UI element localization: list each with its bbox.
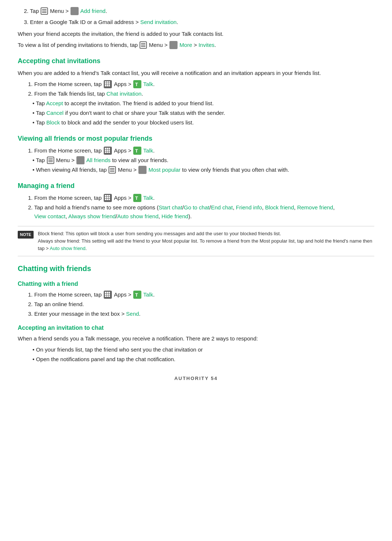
add-friend-link: Add friend [80,8,106,14]
block-rest: to block and add the sender to your bloc… [61,119,194,126]
step3-line: 3. Enter a Google Talk ID or a Gmail add… [18,18,374,27]
menu-icon-when [109,166,116,174]
menu-icon-tap [47,157,54,164]
step2-line: 2. Tap Menu > Add friend. [18,7,374,16]
note-text1: Block friend: This option will block a u… [38,231,281,236]
all-friends-icon [76,156,85,164]
bullet-accept: • Tap Accept to accept the invitation. T… [32,99,374,108]
inv-bullet-2: Open the notifications panel and tap the… [36,356,175,362]
talk-icon-1d [133,291,141,299]
apps-icon-1a [104,80,112,88]
step1a-line: 1. From the Home screen, tap Apps > Talk… [28,80,374,89]
para-accepting: When you are added to a friend's Talk co… [18,69,374,78]
note-text: Block friend: This option will block a u… [38,230,374,252]
send-invitation-link: Send invitation [140,19,176,25]
step1b-line: 1. From the Home screen, tap Apps > Talk… [28,146,374,155]
talk-link-1b: Talk [143,147,153,154]
most-popular-icon [138,166,147,174]
cancel-link: Cancel [47,110,64,116]
bullet-cancel: • Tap Cancel if you don't want to chat o… [32,109,374,117]
invites-link: Invites [199,42,214,48]
send-link: Send [126,311,139,317]
step2-period: . [106,8,107,14]
auto-show-friend-link: Auto show friend [117,213,159,219]
go-to-chat-link: Go to chat [184,204,209,210]
apps-icon-1d [104,291,112,299]
step1c-line: 1. From the Home screen, tap Apps > Talk… [28,194,374,202]
bullet-tap-menu: • Tap Menu > All friends to view all you… [32,156,374,165]
chat-invitation-link: Chat invitation [106,90,141,97]
para-view: To view a list of pending invitations to… [18,41,374,49]
add-friend-icon [71,7,79,15]
bullet-when: • When viewing All friends, tap Menu > M… [32,165,374,174]
talk-link-1d: Talk [143,291,153,298]
para-view-menu: Menu > [149,42,168,48]
step2d-line: 2. Tap an online friend. [28,300,374,309]
block-link: Block [47,119,60,126]
talk-icon-1a [133,80,141,88]
step2a-line: 2. From the Talk friends list, tap Chat … [28,89,374,98]
note-label: NOTE [18,231,34,239]
note-box: NOTE Block friend: This option will bloc… [18,226,374,256]
menu-icon-step2 [41,7,48,15]
view-contact-link: View contact [34,213,66,219]
all-friends-link: All friends [86,157,111,163]
heading-managing: Managing a friend [18,181,374,191]
step3d-line: 3. Enter your message in the text box > … [28,309,374,318]
cancel-rest: if you don't want to chat or share your … [65,110,225,116]
accept-link: Accept [46,100,63,106]
apps-icon-1c [104,194,112,202]
block-friend-link: Block friend [265,204,294,210]
inv-bullet-1: On your friends list, tap the friend who… [36,346,203,353]
accept-rest: to accept the invitation. The friend is … [65,100,214,106]
more-icon [169,41,178,49]
view-period: . [214,42,216,48]
friend-info-link: Friend info [236,204,262,210]
bullet-inv1: • On your friends list, tap the friend w… [32,345,374,354]
auto-show-friend-note-link: Auto show friend [50,246,86,251]
para-accept: When your friend accepts the invitation,… [18,30,374,38]
heading-chatting-with-a-friend: Chatting with a friend [18,280,374,289]
end-chat-link: End chat [211,204,233,210]
menu-icon-view [140,41,147,49]
heading-viewing: Viewing all friends or most popular frie… [18,134,374,144]
heading-chatting-with-friends: Chatting with friends [18,263,374,274]
apps-icon-1b [104,147,112,155]
para-inv: When a friend sends you a Talk message, … [18,334,374,343]
most-popular-link: Most popular [148,167,180,173]
always-show-friend-link: Always show friend [68,213,116,219]
step2c-line: 2. Tap and hold a friend's name to see m… [28,203,374,221]
bullet-block-inv: • Tap Block to block and add the sender … [32,118,374,127]
talk-icon-1c [133,194,141,202]
talk-icon-1b [133,147,141,155]
talk-link-1c: Talk [143,195,153,201]
heading-accepting-inv: Accepting an invitation to chat [18,323,374,333]
more-link: More [179,42,192,48]
talk-link-1a: Talk [143,81,153,87]
hide-friend-link: Hide friend [162,213,189,219]
step1d-line: 1. From the Home screen, tap Apps > Talk… [28,290,374,299]
start-chat-link: Start chat [159,204,182,210]
page-footer: AUTHORITY 54 [18,375,374,382]
remove-friend-link: Remove friend [297,204,333,210]
heading-accepting-chat: Accepting chat invitations [18,56,374,66]
step2-menu-label: Menu > [50,8,69,14]
bullet-inv2: • Open the notifications panel and tap t… [32,355,374,364]
step3-period: . [176,19,178,25]
